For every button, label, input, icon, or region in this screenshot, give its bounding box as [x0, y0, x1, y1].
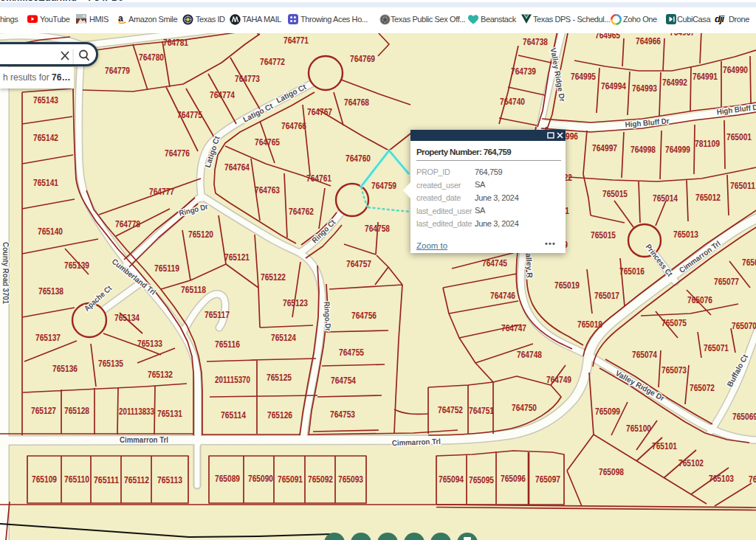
svg-text:765110: 765110: [64, 474, 89, 485]
svg-text:764751: 764751: [469, 405, 494, 416]
svg-text:765100: 765100: [626, 423, 651, 434]
svg-text:764781: 764781: [163, 37, 188, 48]
svg-text:764771: 764771: [284, 35, 309, 46]
svg-text:201113833: 201113833: [119, 406, 154, 417]
svg-text:201115370: 201115370: [215, 374, 250, 385]
svg-text:765017: 765017: [594, 290, 619, 301]
svg-text:764769: 764769: [350, 53, 375, 64]
svg-text:765018: 765018: [577, 319, 602, 330]
svg-text:764995: 764995: [571, 71, 596, 82]
svg-text:764753: 764753: [330, 409, 355, 420]
svg-text:765073: 765073: [662, 364, 687, 375]
svg-text:764750: 764750: [512, 402, 537, 413]
svg-text:Cimmarron Trl: Cimmarron Trl: [120, 435, 168, 444]
svg-text:764772: 764772: [260, 56, 285, 67]
svg-text:764994: 764994: [601, 80, 627, 91]
svg-text:765070: 765070: [732, 320, 756, 331]
svg-text:765014: 765014: [653, 193, 678, 204]
svg-text:765016: 765016: [619, 266, 645, 277]
svg-text:765128: 765128: [64, 405, 89, 416]
svg-text:Cimmarron Trl: Cimmarron Trl: [392, 437, 441, 447]
svg-text:765109: 765109: [32, 474, 57, 485]
svg-text:764779: 764779: [105, 65, 130, 76]
svg-text:764765: 764765: [255, 136, 280, 148]
svg-text:764756: 764756: [351, 310, 377, 321]
svg-text:764752: 764752: [438, 404, 463, 415]
svg-text:765119: 765119: [154, 263, 179, 274]
svg-text:765103: 765103: [709, 473, 734, 484]
svg-text:764761: 764761: [306, 173, 331, 184]
svg-text:764759: 764759: [371, 180, 396, 191]
svg-text:765102: 765102: [678, 457, 704, 468]
svg-text:765132: 765132: [148, 369, 173, 380]
svg-text:765077: 765077: [714, 276, 739, 287]
svg-text:764768: 764768: [344, 97, 369, 108]
svg-text:764757: 764757: [346, 258, 371, 269]
svg-text:765092: 765092: [308, 474, 333, 485]
svg-text:765076: 765076: [687, 294, 712, 305]
svg-text:765091: 765091: [278, 474, 303, 485]
svg-text:764993: 764993: [632, 83, 657, 94]
svg-text:764777: 764777: [149, 186, 174, 197]
svg-text:765074: 765074: [632, 349, 658, 360]
svg-text:765078: 765078: [742, 257, 756, 268]
svg-text:765135: 765135: [98, 358, 123, 369]
svg-text:765143: 765143: [33, 94, 58, 105]
svg-text:765090: 765090: [248, 473, 273, 484]
svg-text:765072: 765072: [690, 382, 715, 393]
svg-text:765015: 765015: [602, 188, 628, 199]
svg-text:765098: 765098: [599, 466, 624, 477]
svg-text:764755: 764755: [339, 347, 364, 358]
svg-text:765137: 765137: [35, 332, 61, 343]
svg-text:764746: 764746: [490, 290, 515, 301]
svg-text:764762: 764762: [289, 206, 314, 217]
svg-text:765101: 765101: [652, 440, 677, 451]
svg-text:764966: 764966: [636, 35, 661, 46]
svg-text:765019: 765019: [554, 280, 580, 291]
svg-text:765131: 765131: [157, 408, 182, 419]
svg-text:765015: 765015: [591, 229, 616, 240]
svg-text:765069: 765069: [732, 411, 756, 422]
svg-text:765127: 765127: [31, 405, 56, 416]
svg-text:764749: 764749: [546, 374, 571, 385]
svg-text:764763: 764763: [255, 184, 280, 195]
svg-text:764992: 764992: [662, 77, 687, 88]
svg-text:765141: 765141: [33, 177, 58, 188]
svg-text:765096: 765096: [501, 473, 526, 484]
svg-text:765134: 765134: [114, 312, 140, 323]
svg-text:765104: 765104: [749, 474, 756, 485]
svg-text:764748: 764748: [517, 349, 542, 360]
svg-text:765133: 765133: [137, 338, 162, 349]
svg-text:765120: 765120: [188, 229, 213, 240]
svg-text:764774: 764774: [210, 89, 236, 100]
svg-text:765116: 765116: [215, 339, 240, 350]
svg-text:765140: 765140: [38, 226, 63, 237]
svg-text:764738: 764738: [523, 36, 548, 47]
svg-text:765121: 765121: [224, 252, 250, 263]
svg-text:765095: 765095: [469, 474, 494, 485]
svg-text:765124: 765124: [271, 332, 297, 343]
svg-text:764758: 764758: [365, 223, 390, 234]
svg-text:764778: 764778: [115, 218, 140, 229]
svg-text:764754: 764754: [331, 375, 357, 386]
svg-text:765114: 765114: [221, 409, 247, 420]
svg-text:765118: 765118: [181, 284, 206, 295]
svg-text:764739: 764739: [511, 66, 536, 77]
svg-text:764764: 764764: [224, 162, 250, 173]
svg-text:764740: 764740: [500, 96, 525, 107]
svg-text:765094: 765094: [439, 474, 464, 485]
svg-text:764990: 764990: [723, 64, 748, 75]
svg-text:765125: 765125: [267, 372, 292, 383]
svg-text:764760: 764760: [346, 153, 371, 164]
svg-text:764998: 764998: [630, 144, 656, 155]
svg-text:765138: 765138: [38, 285, 63, 297]
svg-text:764747: 764747: [501, 322, 526, 333]
svg-text:765136: 765136: [52, 363, 78, 374]
svg-text:765089: 765089: [215, 473, 240, 484]
svg-text:765113: 765113: [157, 474, 182, 485]
svg-text:765112: 765112: [124, 474, 149, 485]
svg-text:765111: 765111: [94, 474, 119, 485]
svg-text:764775: 764775: [177, 109, 202, 120]
svg-text:765123: 765123: [283, 297, 308, 308]
svg-text:764999: 764999: [665, 144, 690, 155]
